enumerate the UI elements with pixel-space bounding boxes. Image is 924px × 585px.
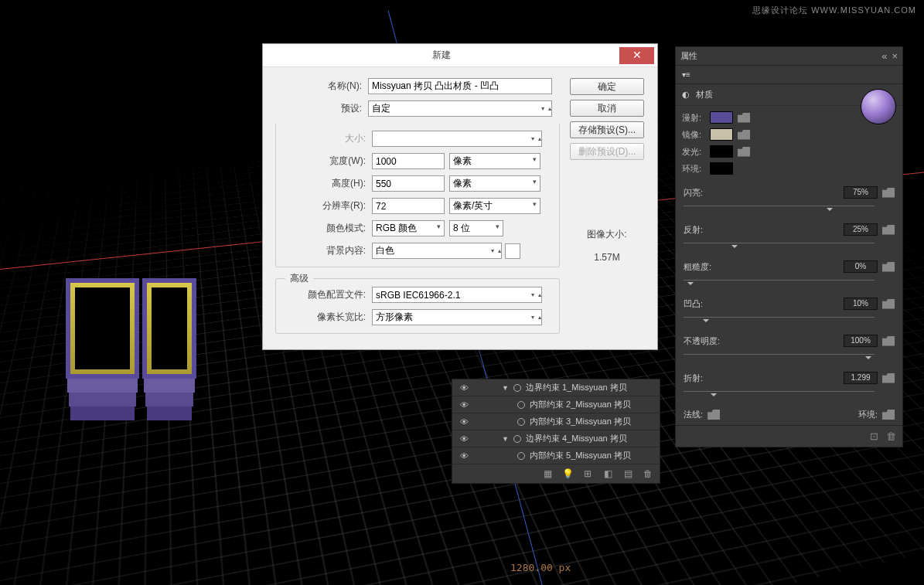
viewport-dimension: 1280.00 px — [510, 562, 571, 573]
slider-value[interactable]: 75% — [844, 186, 878, 199]
disclosure-icon[interactable]: ▼ — [502, 384, 509, 392]
height-input[interactable] — [372, 175, 445, 192]
layer-row[interactable]: 👁内部约束 5_Missyuan 拷贝 — [452, 447, 660, 464]
colormode-select[interactable] — [372, 220, 445, 236]
emissive-label: 发光: — [682, 146, 705, 158]
panel-menu-icon[interactable]: ▾≡ — [682, 70, 690, 79]
normal-label: 法线: — [684, 409, 703, 420]
slider-value[interactable]: 0% — [844, 260, 878, 273]
slider-track[interactable] — [684, 276, 875, 285]
folder-icon[interactable] — [882, 188, 895, 198]
slider-label: 凹凸: — [684, 298, 703, 310]
footer-icon[interactable]: ⊡ — [870, 430, 878, 442]
resolution-label: 分辨率(R): — [279, 199, 372, 213]
folder-icon[interactable] — [707, 410, 720, 420]
visibility-icon[interactable]: 👁 — [457, 400, 471, 410]
target-icon — [517, 401, 525, 409]
slider-value[interactable]: 10% — [844, 298, 878, 310]
new-document-dialog: 新建 ✕ 名称(N): 预设: 大小: 宽度(W): — [262, 43, 658, 350]
bitdepth-select[interactable] — [449, 220, 503, 236]
width-label: 宽度(W): — [279, 155, 372, 168]
properties-panel: 属性 « × ▾≡ ◐ 材质 漫射: 镜像: 发光: 环境: — [675, 46, 903, 447]
close-icon[interactable]: × — [892, 50, 898, 62]
slider-value[interactable]: 1.299 — [844, 372, 878, 384]
folder-icon[interactable] — [882, 336, 895, 346]
slider-row: 凹凸:10% — [676, 293, 902, 330]
slider-value[interactable]: 25% — [844, 223, 878, 236]
height-unit-select[interactable] — [449, 175, 540, 192]
preset-select[interactable] — [368, 100, 552, 117]
watermark: 思缘设计论坛 WWW.MISSYUAN.COM — [752, 5, 916, 16]
specular-label: 镜像: — [682, 129, 705, 141]
slider-track[interactable] — [684, 202, 875, 211]
layer-label: 边界约束 4_Missyuan 拷贝 — [526, 433, 627, 444]
slider-row: 闪亮:75% — [676, 182, 902, 219]
bg-label: 背景内容: — [279, 244, 372, 257]
ok-button[interactable]: 确定 — [570, 78, 644, 95]
footer-icon[interactable]: ⊞ — [582, 468, 593, 479]
width-input[interactable] — [372, 153, 445, 169]
layer-label: 内部约束 2_Missyuan 拷贝 — [530, 399, 631, 410]
footer-icon[interactable]: ◧ — [602, 468, 613, 479]
slider-row: 粗糙度:0% — [676, 256, 902, 293]
trash-icon[interactable]: 🗑 — [886, 430, 896, 442]
folder-icon[interactable] — [882, 262, 895, 272]
visibility-icon[interactable]: 👁 — [457, 383, 471, 393]
slider-track[interactable] — [684, 387, 875, 396]
resolution-input[interactable] — [372, 198, 445, 214]
slider-track[interactable] — [684, 313, 875, 322]
slider-track[interactable] — [684, 350, 875, 359]
collapse-icon[interactable]: « — [881, 50, 887, 62]
delete-preset-button: 删除预设(D)... — [570, 143, 644, 160]
footer-icon[interactable]: ▦ — [542, 468, 553, 479]
target-icon — [517, 452, 525, 460]
imagesize-value: 1.57M — [594, 252, 619, 263]
footer-icon[interactable]: ▤ — [622, 468, 633, 479]
dialog-titlebar[interactable]: 新建 ✕ — [263, 44, 657, 67]
layer-row[interactable]: 👁▼边界约束 1_Missyuan 拷贝 — [452, 379, 660, 396]
bg-select[interactable] — [372, 243, 502, 259]
layer-row[interactable]: 👁▼边界约束 4_Missyuan 拷贝 — [452, 430, 660, 447]
slider-label: 折射: — [684, 372, 703, 384]
layer-row[interactable]: 👁内部约束 2_Missyuan 拷贝 — [452, 396, 660, 413]
name-input[interactable] — [368, 78, 552, 94]
close-icon[interactable]: ✕ — [619, 47, 654, 64]
save-preset-button[interactable]: 存储预设(S)... — [570, 121, 644, 138]
folder-icon[interactable] — [738, 130, 750, 140]
disclosure-icon[interactable]: ▼ — [502, 435, 509, 443]
trash-icon[interactable]: 🗑 — [643, 468, 653, 479]
visibility-icon[interactable]: 👁 — [457, 451, 471, 461]
height-label: 高度(H): — [279, 177, 372, 190]
bg-swatch[interactable] — [505, 243, 520, 259]
folder-icon[interactable] — [882, 373, 895, 383]
visibility-icon[interactable]: 👁 — [457, 417, 471, 427]
light-icon[interactable]: 💡 — [562, 468, 573, 479]
target-icon — [517, 418, 525, 426]
ambient-swatch[interactable] — [710, 162, 733, 175]
folder-icon[interactable] — [882, 410, 895, 420]
slider-track[interactable] — [684, 239, 875, 248]
colormode-label: 颜色模式: — [279, 222, 372, 235]
profile-select[interactable] — [372, 287, 542, 303]
slider-value[interactable]: 100% — [844, 335, 878, 347]
cancel-button[interactable]: 取消 — [570, 100, 644, 117]
folder-icon[interactable] — [738, 147, 750, 157]
diffuse-label: 漫射: — [682, 112, 705, 124]
emissive-swatch[interactable] — [710, 145, 733, 158]
size-select — [372, 131, 542, 147]
resolution-unit-select[interactable] — [449, 198, 540, 214]
layers-footer: ▦ 💡 ⊞ ◧ ▤ 🗑 — [452, 464, 660, 483]
layer-row[interactable]: 👁内部约束 3_Missyuan 拷贝 — [452, 413, 660, 430]
diffuse-swatch[interactable] — [710, 111, 733, 124]
folder-icon[interactable] — [882, 299, 895, 309]
slider-label: 粗糙度: — [684, 261, 711, 273]
width-unit-select[interactable] — [449, 153, 540, 169]
aspect-label: 像素长宽比: — [279, 311, 372, 324]
env-label: 环境: — [858, 409, 878, 420]
visibility-icon[interactable]: 👁 — [457, 434, 471, 444]
folder-icon[interactable] — [738, 113, 750, 123]
aspect-select[interactable] — [372, 309, 542, 325]
specular-swatch[interactable] — [710, 128, 733, 141]
folder-icon[interactable] — [882, 225, 895, 235]
dialog-title: 新建 — [263, 49, 619, 62]
